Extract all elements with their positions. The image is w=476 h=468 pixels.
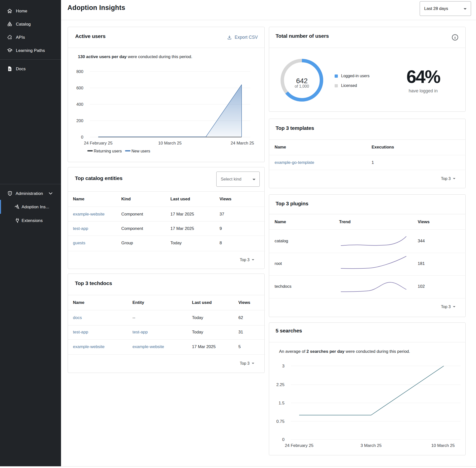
svg-text:1.5: 1.5 [279,401,285,405]
svg-text:600: 600 [76,86,83,90]
svg-text:Returning users: Returning users [94,149,122,153]
svg-text:0.75: 0.75 [276,419,285,424]
svg-text:10 March 25: 10 March 25 [431,443,455,448]
svg-text:10 March 25: 10 March 25 [158,141,182,145]
svg-text:200: 200 [76,118,83,123]
svg-text:24 March 25: 24 March 25 [231,141,254,145]
svg-text:24 February 25: 24 February 25 [84,141,112,145]
svg-text:2.25: 2.25 [276,382,285,387]
svg-text:0: 0 [81,135,83,140]
svg-text:3 March 25: 3 March 25 [360,443,381,448]
svg-text:0: 0 [282,437,285,442]
svg-text:3: 3 [282,364,285,368]
svg-text:New users: New users [131,149,150,153]
svg-text:800: 800 [76,69,83,74]
svg-text:400: 400 [76,102,83,107]
svg-text:24 February 25: 24 February 25 [285,443,313,448]
